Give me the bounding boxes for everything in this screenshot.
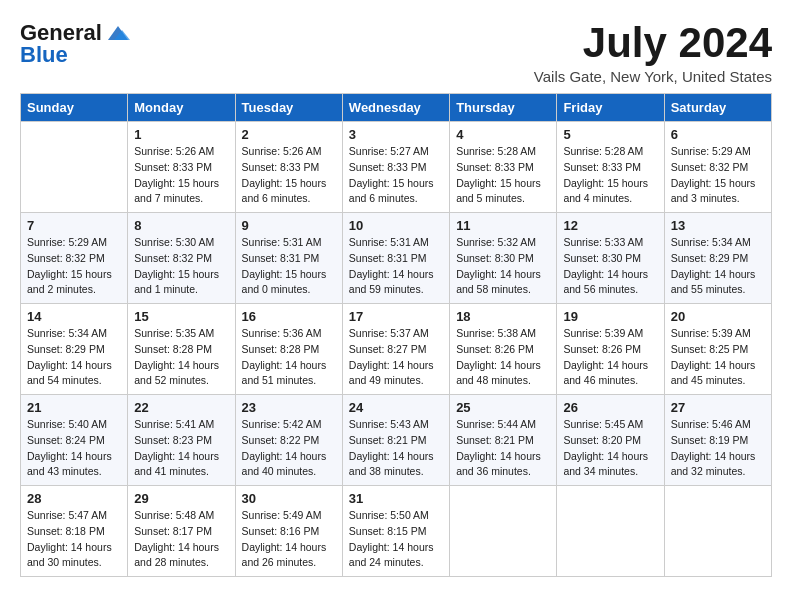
day-info: Sunrise: 5:39 AMSunset: 8:25 PMDaylight:… <box>671 326 765 389</box>
title-block: July 2024 Vails Gate, New York, United S… <box>534 20 772 85</box>
day-number: 29 <box>134 491 228 506</box>
day-number: 26 <box>563 400 657 415</box>
calendar-cell: 2Sunrise: 5:26 AMSunset: 8:33 PMDaylight… <box>235 122 342 213</box>
day-info: Sunrise: 5:33 AMSunset: 8:30 PMDaylight:… <box>563 235 657 298</box>
day-number: 19 <box>563 309 657 324</box>
day-number: 14 <box>27 309 121 324</box>
day-number: 17 <box>349 309 443 324</box>
day-info: Sunrise: 5:45 AMSunset: 8:20 PMDaylight:… <box>563 417 657 480</box>
day-number: 27 <box>671 400 765 415</box>
day-info: Sunrise: 5:34 AMSunset: 8:29 PMDaylight:… <box>27 326 121 389</box>
day-number: 22 <box>134 400 228 415</box>
calendar-cell: 19Sunrise: 5:39 AMSunset: 8:26 PMDayligh… <box>557 304 664 395</box>
day-number: 9 <box>242 218 336 233</box>
day-info: Sunrise: 5:35 AMSunset: 8:28 PMDaylight:… <box>134 326 228 389</box>
day-number: 12 <box>563 218 657 233</box>
calendar-cell: 8Sunrise: 5:30 AMSunset: 8:32 PMDaylight… <box>128 213 235 304</box>
month-title: July 2024 <box>534 20 772 66</box>
calendar-cell <box>21 122 128 213</box>
week-row-2: 7Sunrise: 5:29 AMSunset: 8:32 PMDaylight… <box>21 213 772 304</box>
calendar-cell: 18Sunrise: 5:38 AMSunset: 8:26 PMDayligh… <box>450 304 557 395</box>
calendar-cell: 12Sunrise: 5:33 AMSunset: 8:30 PMDayligh… <box>557 213 664 304</box>
day-info: Sunrise: 5:31 AMSunset: 8:31 PMDaylight:… <box>349 235 443 298</box>
day-info: Sunrise: 5:44 AMSunset: 8:21 PMDaylight:… <box>456 417 550 480</box>
day-number: 3 <box>349 127 443 142</box>
calendar-cell: 7Sunrise: 5:29 AMSunset: 8:32 PMDaylight… <box>21 213 128 304</box>
calendar-cell: 3Sunrise: 5:27 AMSunset: 8:33 PMDaylight… <box>342 122 449 213</box>
calendar-cell: 17Sunrise: 5:37 AMSunset: 8:27 PMDayligh… <box>342 304 449 395</box>
day-number: 5 <box>563 127 657 142</box>
calendar-cell: 1Sunrise: 5:26 AMSunset: 8:33 PMDaylight… <box>128 122 235 213</box>
day-number: 20 <box>671 309 765 324</box>
calendar-cell: 16Sunrise: 5:36 AMSunset: 8:28 PMDayligh… <box>235 304 342 395</box>
day-number: 21 <box>27 400 121 415</box>
day-info: Sunrise: 5:47 AMSunset: 8:18 PMDaylight:… <box>27 508 121 571</box>
calendar-cell: 22Sunrise: 5:41 AMSunset: 8:23 PMDayligh… <box>128 395 235 486</box>
day-info: Sunrise: 5:43 AMSunset: 8:21 PMDaylight:… <box>349 417 443 480</box>
day-info: Sunrise: 5:32 AMSunset: 8:30 PMDaylight:… <box>456 235 550 298</box>
location: Vails Gate, New York, United States <box>534 68 772 85</box>
week-row-3: 14Sunrise: 5:34 AMSunset: 8:29 PMDayligh… <box>21 304 772 395</box>
calendar-cell: 21Sunrise: 5:40 AMSunset: 8:24 PMDayligh… <box>21 395 128 486</box>
day-number: 13 <box>671 218 765 233</box>
day-number: 6 <box>671 127 765 142</box>
day-number: 4 <box>456 127 550 142</box>
calendar-cell: 25Sunrise: 5:44 AMSunset: 8:21 PMDayligh… <box>450 395 557 486</box>
day-info: Sunrise: 5:46 AMSunset: 8:19 PMDaylight:… <box>671 417 765 480</box>
day-info: Sunrise: 5:49 AMSunset: 8:16 PMDaylight:… <box>242 508 336 571</box>
day-number: 16 <box>242 309 336 324</box>
day-info: Sunrise: 5:27 AMSunset: 8:33 PMDaylight:… <box>349 144 443 207</box>
day-info: Sunrise: 5:41 AMSunset: 8:23 PMDaylight:… <box>134 417 228 480</box>
header-friday: Friday <box>557 94 664 122</box>
day-info: Sunrise: 5:38 AMSunset: 8:26 PMDaylight:… <box>456 326 550 389</box>
day-info: Sunrise: 5:39 AMSunset: 8:26 PMDaylight:… <box>563 326 657 389</box>
day-info: Sunrise: 5:29 AMSunset: 8:32 PMDaylight:… <box>671 144 765 207</box>
day-info: Sunrise: 5:26 AMSunset: 8:33 PMDaylight:… <box>134 144 228 207</box>
day-info: Sunrise: 5:28 AMSunset: 8:33 PMDaylight:… <box>563 144 657 207</box>
calendar-cell: 26Sunrise: 5:45 AMSunset: 8:20 PMDayligh… <box>557 395 664 486</box>
calendar-cell: 27Sunrise: 5:46 AMSunset: 8:19 PMDayligh… <box>664 395 771 486</box>
day-number: 1 <box>134 127 228 142</box>
day-number: 7 <box>27 218 121 233</box>
day-info: Sunrise: 5:31 AMSunset: 8:31 PMDaylight:… <box>242 235 336 298</box>
day-number: 31 <box>349 491 443 506</box>
calendar-cell: 30Sunrise: 5:49 AMSunset: 8:16 PMDayligh… <box>235 486 342 577</box>
day-info: Sunrise: 5:34 AMSunset: 8:29 PMDaylight:… <box>671 235 765 298</box>
calendar-cell: 13Sunrise: 5:34 AMSunset: 8:29 PMDayligh… <box>664 213 771 304</box>
header-thursday: Thursday <box>450 94 557 122</box>
calendar-cell: 9Sunrise: 5:31 AMSunset: 8:31 PMDaylight… <box>235 213 342 304</box>
day-number: 11 <box>456 218 550 233</box>
calendar-cell: 4Sunrise: 5:28 AMSunset: 8:33 PMDaylight… <box>450 122 557 213</box>
day-info: Sunrise: 5:37 AMSunset: 8:27 PMDaylight:… <box>349 326 443 389</box>
day-number: 8 <box>134 218 228 233</box>
day-info: Sunrise: 5:30 AMSunset: 8:32 PMDaylight:… <box>134 235 228 298</box>
day-number: 28 <box>27 491 121 506</box>
day-info: Sunrise: 5:50 AMSunset: 8:15 PMDaylight:… <box>349 508 443 571</box>
day-info: Sunrise: 5:36 AMSunset: 8:28 PMDaylight:… <box>242 326 336 389</box>
calendar-cell: 15Sunrise: 5:35 AMSunset: 8:28 PMDayligh… <box>128 304 235 395</box>
day-info: Sunrise: 5:28 AMSunset: 8:33 PMDaylight:… <box>456 144 550 207</box>
day-number: 30 <box>242 491 336 506</box>
day-info: Sunrise: 5:48 AMSunset: 8:17 PMDaylight:… <box>134 508 228 571</box>
calendar-cell: 29Sunrise: 5:48 AMSunset: 8:17 PMDayligh… <box>128 486 235 577</box>
calendar-cell <box>450 486 557 577</box>
logo-blue: Blue <box>20 42 68 68</box>
calendar-cell: 31Sunrise: 5:50 AMSunset: 8:15 PMDayligh… <box>342 486 449 577</box>
header-sunday: Sunday <box>21 94 128 122</box>
week-row-5: 28Sunrise: 5:47 AMSunset: 8:18 PMDayligh… <box>21 486 772 577</box>
day-number: 10 <box>349 218 443 233</box>
calendar-header-row: SundayMondayTuesdayWednesdayThursdayFrid… <box>21 94 772 122</box>
calendar-cell: 23Sunrise: 5:42 AMSunset: 8:22 PMDayligh… <box>235 395 342 486</box>
day-number: 25 <box>456 400 550 415</box>
logo-icon <box>104 22 132 44</box>
calendar-cell: 24Sunrise: 5:43 AMSunset: 8:21 PMDayligh… <box>342 395 449 486</box>
week-row-1: 1Sunrise: 5:26 AMSunset: 8:33 PMDaylight… <box>21 122 772 213</box>
day-info: Sunrise: 5:29 AMSunset: 8:32 PMDaylight:… <box>27 235 121 298</box>
calendar-cell: 20Sunrise: 5:39 AMSunset: 8:25 PMDayligh… <box>664 304 771 395</box>
week-row-4: 21Sunrise: 5:40 AMSunset: 8:24 PMDayligh… <box>21 395 772 486</box>
calendar-cell <box>664 486 771 577</box>
calendar-cell: 11Sunrise: 5:32 AMSunset: 8:30 PMDayligh… <box>450 213 557 304</box>
calendar-cell: 10Sunrise: 5:31 AMSunset: 8:31 PMDayligh… <box>342 213 449 304</box>
day-number: 23 <box>242 400 336 415</box>
calendar-cell: 28Sunrise: 5:47 AMSunset: 8:18 PMDayligh… <box>21 486 128 577</box>
